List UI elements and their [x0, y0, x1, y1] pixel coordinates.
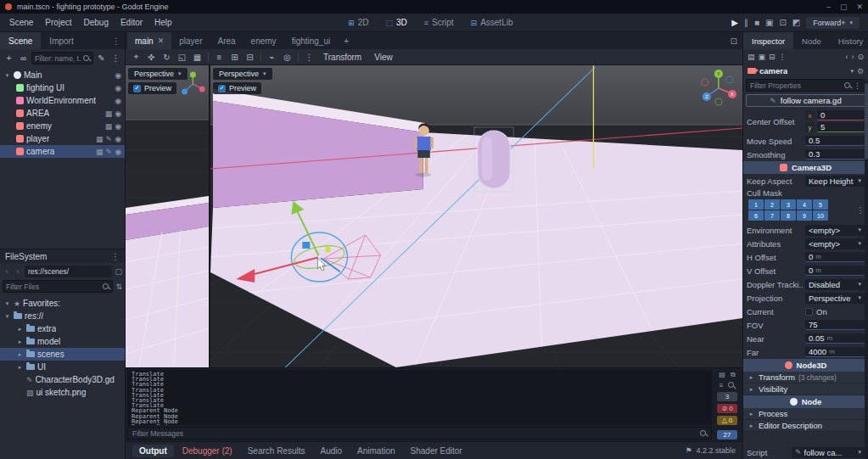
center-offset-x-field[interactable]: 0: [817, 110, 865, 120]
fov-field[interactable]: 75: [805, 320, 865, 330]
search-log-icon[interactable]: [728, 382, 735, 389]
projection-dropdown[interactable]: Perspective▾: [805, 293, 865, 304]
scene-tab-main[interactable]: main ✕: [127, 32, 171, 49]
tab-scene[interactable]: Scene: [0, 32, 41, 49]
list-select-tool-icon[interactable]: ▦: [190, 51, 204, 64]
save-resource-icon[interactable]: ⊟: [769, 53, 776, 61]
resource-menu-icon[interactable]: ⋮: [779, 53, 787, 61]
inspector-node-row[interactable]: camera ▾ ⚙: [743, 64, 868, 78]
tree-row-ui-sketch-png[interactable]: ▨ ui sketch.png: [0, 386, 125, 399]
expand-viewport-icon[interactable]: ⊡: [731, 36, 737, 46]
section-process[interactable]: ▸ Process: [743, 408, 868, 420]
load-resource-icon[interactable]: ▣: [759, 53, 766, 61]
far-field[interactable]: 4000m: [805, 347, 865, 357]
expander-icon[interactable]: ▸: [16, 326, 24, 333]
tree-row-res[interactable]: ▾ res://: [0, 310, 125, 322]
tree-row-ui[interactable]: ▸ UI: [0, 361, 125, 373]
layer-cell[interactable]: 6: [748, 210, 764, 221]
tree-row-area[interactable]: AREA ▦ ◉: [0, 107, 125, 120]
checkbox-checked-icon[interactable]: ✓: [133, 85, 141, 92]
snap-icon[interactable]: ⌁: [265, 51, 279, 64]
expander-icon[interactable]: ▸: [16, 364, 24, 371]
inspector-scrollbar[interactable]: [865, 81, 868, 459]
expander-icon[interactable]: ▸: [16, 339, 24, 345]
script-section-header[interactable]: ✎ follow camera.gd: [746, 94, 865, 107]
history-back-icon[interactable]: ‹: [845, 53, 848, 61]
layer-cell[interactable]: 5: [813, 199, 828, 210]
ungroup-node-icon[interactable]: ⊟: [243, 51, 257, 64]
open-scene-icon[interactable]: ▦: [105, 122, 113, 131]
viewport-scene-left[interactable]: [126, 65, 209, 367]
message-count-badge[interactable]: 27: [717, 430, 737, 439]
path-breadcrumb[interactable]: res://scenes/: [25, 266, 112, 277]
movie-mode-button[interactable]: ◩: [792, 18, 800, 27]
tree-row-worldenvironment[interactable]: WorldEnvironment ◉: [0, 94, 125, 107]
visibility-icon[interactable]: ◉: [115, 97, 121, 105]
close-tab-icon[interactable]: ✕: [158, 36, 165, 45]
workspace-script[interactable]: ≡Script: [417, 16, 461, 29]
tree-row-favorites[interactable]: ▾ ★ Favorites:: [0, 297, 125, 310]
layer-cell[interactable]: 1: [748, 199, 764, 210]
bottom-tab-search-results[interactable]: Search Results: [241, 445, 312, 457]
new-resource-icon[interactable]: ▤: [748, 53, 755, 61]
attributes-dropdown[interactable]: <empty>▾: [805, 238, 865, 249]
rotate-tool-icon[interactable]: ↻: [160, 51, 174, 64]
warning-count-badge[interactable]: △0: [717, 416, 737, 425]
transform-menu[interactable]: Transform: [317, 53, 367, 62]
bottom-tab-output[interactable]: Output: [132, 445, 174, 457]
menu-help[interactable]: Help: [148, 15, 178, 30]
inspector-filter-input[interactable]: [750, 81, 842, 90]
back-icon[interactable]: ‹: [3, 267, 11, 276]
tree-row-extra[interactable]: ▸ extra: [0, 322, 125, 335]
pause-button[interactable]: ∥: [744, 18, 748, 27]
instance-scene-button[interactable]: ∞: [17, 52, 30, 64]
layer-menu-icon[interactable]: ⋮: [857, 205, 865, 215]
current-checkbox[interactable]: [805, 308, 813, 316]
tab-inspector[interactable]: Inspector: [743, 32, 793, 49]
checkbox-checked-icon[interactable]: ✓: [218, 85, 226, 92]
dock-menu-icon[interactable]: ⋮: [111, 252, 120, 261]
add-node-button[interactable]: +: [3, 52, 15, 64]
section-editor-description[interactable]: ▸ Editor Description: [743, 420, 868, 432]
layer-cell[interactable]: 7: [764, 210, 780, 221]
copy-log-icon[interactable]: ⧉: [731, 371, 736, 379]
h-offset-field[interactable]: 0m: [805, 252, 865, 262]
scene-tab-player[interactable]: player: [171, 32, 210, 49]
visibility-icon[interactable]: ◉: [115, 71, 121, 80]
layer-cell[interactable]: 4: [797, 199, 812, 210]
tree-row-model[interactable]: ▸ model: [0, 335, 125, 348]
play-button[interactable]: ▶: [731, 18, 738, 27]
extra-options-icon[interactable]: ⚙: [857, 67, 864, 76]
scene-more-icon[interactable]: ⋮: [109, 52, 122, 64]
open-scene-icon[interactable]: ▦: [105, 109, 113, 118]
layer-cell[interactable]: 9: [797, 210, 812, 221]
layer-cell[interactable]: 10: [813, 210, 828, 221]
history-forward-icon[interactable]: ›: [851, 53, 854, 61]
viewport-pane-left[interactable]: Perspective▾ ✓ Preview: [126, 65, 210, 367]
close-icon[interactable]: ✕: [856, 3, 863, 11]
category-node[interactable]: Node: [743, 395, 868, 408]
script-icon[interactable]: ✎: [106, 135, 113, 143]
sort-icon[interactable]: ⇅: [115, 283, 122, 291]
save-log-icon[interactable]: ▤: [719, 371, 725, 379]
expander-icon[interactable]: ▸: [16, 351, 24, 358]
attach-script-button[interactable]: ✎: [95, 52, 108, 64]
center-offset-y-field[interactable]: 5: [817, 122, 865, 132]
scale-tool-icon[interactable]: ◱: [175, 51, 189, 64]
tree-row-main[interactable]: ▾ Main ◉: [0, 69, 125, 81]
tree-row-fighting-ui[interactable]: fighting UI ◉: [0, 81, 125, 94]
history-list-icon[interactable]: ⊙: [857, 53, 864, 61]
camera-preview-icon[interactable]: ◎: [280, 51, 294, 64]
bottom-tab-animation[interactable]: Animation: [350, 445, 401, 457]
output-log[interactable]: Translate Translate Translate Translate …: [127, 370, 712, 425]
split-mode-icon[interactable]: ▢: [115, 267, 122, 276]
tree-row-characterbody3d-gd[interactable]: ✎ CharacterBody3D.gd: [0, 373, 125, 386]
doppler-dropdown[interactable]: Disabled▾: [805, 279, 865, 290]
tab-node[interactable]: Node: [793, 32, 830, 49]
renderer-selector[interactable]: Forward+▾: [806, 17, 860, 29]
script-icon[interactable]: ✎: [106, 148, 113, 156]
category-camera3d[interactable]: Camera3D: [743, 161, 868, 174]
open-scene-icon[interactable]: ▦: [96, 135, 104, 143]
category-node3d[interactable]: Node3D: [743, 359, 868, 372]
bottom-tab-audio[interactable]: Audio: [314, 445, 350, 457]
